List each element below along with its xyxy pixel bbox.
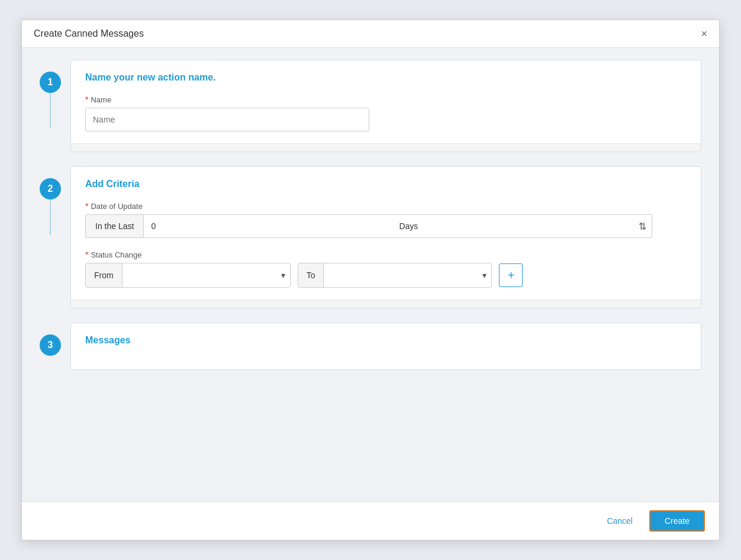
- days-select-wrapper: Days Weeks Months ⇅: [392, 214, 652, 238]
- add-criteria-button[interactable]: +: [499, 263, 523, 287]
- to-wrapper: To ▾: [298, 263, 492, 288]
- create-button[interactable]: Create: [649, 510, 705, 532]
- in-the-last-label: In the Last: [85, 214, 143, 238]
- step-2-content: Add Criteria * Date of Update In the Las…: [70, 166, 701, 308]
- step-1-row: 1 Name your new action name. * Name: [40, 60, 701, 152]
- days-select[interactable]: Days Weeks Months: [392, 214, 652, 238]
- name-required-star: *: [85, 95, 88, 104]
- step-1-circle: 1: [40, 72, 61, 93]
- from-wrapper: From ▾: [85, 263, 291, 288]
- step-2-footer: [71, 300, 701, 308]
- name-field-label: * Name: [85, 95, 687, 104]
- status-field-label: * Status Change: [85, 250, 687, 259]
- dialog-header: Create Canned Messages ×: [22, 20, 719, 48]
- from-label: From: [86, 263, 123, 287]
- date-required-star: *: [85, 201, 88, 211]
- name-input[interactable]: [85, 108, 369, 131]
- to-label: To: [298, 263, 324, 287]
- date-number-input[interactable]: [143, 214, 392, 238]
- create-canned-messages-dialog: Create Canned Messages × 1 Name your new…: [21, 20, 720, 540]
- from-select[interactable]: [123, 263, 276, 287]
- to-dropdown-arrow: ▾: [478, 263, 491, 287]
- step-3-content: Messages: [70, 323, 701, 370]
- step-1-footer: [71, 143, 701, 152]
- step-3-title: Messages: [85, 335, 687, 346]
- to-select[interactable]: [324, 263, 478, 287]
- dialog-footer: Cancel Create: [22, 501, 719, 540]
- date-field-label: * Date of Update: [85, 201, 687, 211]
- close-icon[interactable]: ×: [701, 28, 707, 39]
- step-1-title: Name your new action name.: [85, 72, 687, 83]
- dialog-title: Create Canned Messages: [34, 28, 144, 39]
- date-row: In the Last Days Weeks Months ⇅: [85, 214, 687, 238]
- step-2-row: 2 Add Criteria * Date of Update In the L…: [40, 166, 701, 308]
- cancel-button[interactable]: Cancel: [600, 511, 640, 530]
- step-2-circle: 2: [40, 178, 61, 199]
- step-3-circle: 3: [40, 334, 61, 356]
- step-3-row: 3 Messages: [40, 323, 701, 370]
- dialog-body: 1 Name your new action name. * Name 2: [22, 48, 719, 501]
- from-dropdown-arrow: ▾: [276, 263, 290, 287]
- step-2-title: Add Criteria: [85, 179, 687, 189]
- status-row: From ▾ To ▾ +: [85, 263, 687, 288]
- step-1-content: Name your new action name. * Name: [70, 60, 701, 152]
- status-required-star: *: [85, 250, 88, 259]
